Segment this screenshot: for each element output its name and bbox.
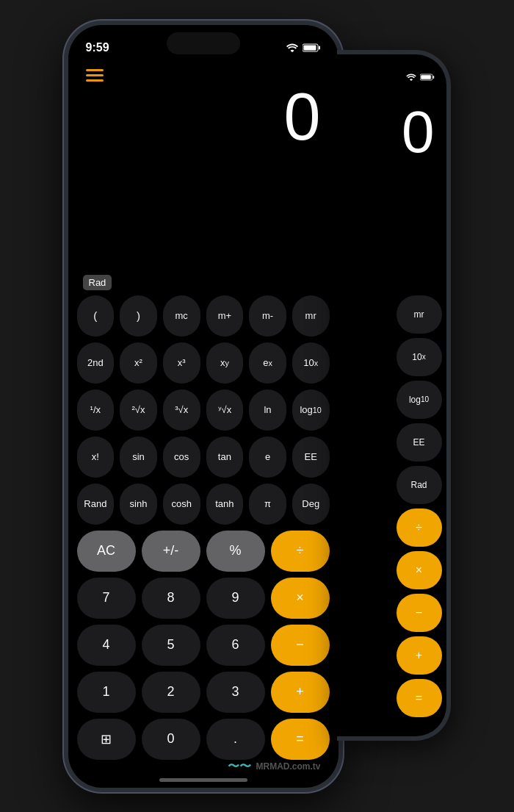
p2-battery-icon [420,73,435,81]
btn-sqrty[interactable]: ʸ√x [206,389,244,431]
btn-mc[interactable]: mc [163,295,200,337]
dynamic-island [167,32,240,54]
status-icons [286,43,321,52]
p2-btn-log10[interactable]: log10 [397,381,442,419]
btn-tan[interactable]: tan [206,436,244,478]
calc-row-1: ( ) mc m+ m- mr [77,295,330,337]
btn-equals[interactable]: = [271,719,330,760]
calc-row-7: 7 8 9 × [77,578,330,619]
btn-subtract[interactable]: − [271,625,330,666]
svg-rect-3 [86,69,104,71]
calc-row-9: 1 2 3 + [77,672,330,713]
p2-row-5: Rad [341,466,442,504]
calc-row-4: x! sin cos tan e EE [77,436,330,478]
p2-btn-10x[interactable]: 10x [397,338,442,376]
btn-open-paren[interactable]: ( [77,295,115,337]
btn-7[interactable]: 7 [77,578,136,619]
btn-sqrt3[interactable]: ³√x [163,389,200,431]
rad-badge[interactable]: Rad [83,275,112,290]
btn-e[interactable]: e [249,436,286,478]
p2-display-area: 0 [337,98,446,166]
btn-cosh[interactable]: cosh [163,484,200,525]
calc-row-2: 2nd x² x³ xy ex 10x [77,342,330,384]
btn-x3[interactable]: x³ [163,342,200,384]
btn-8[interactable]: 8 [142,578,200,619]
btn-rand[interactable]: Rand [77,484,115,525]
btn-2[interactable]: 2 [142,672,200,713]
btn-sin[interactable]: sin [120,436,157,478]
p2-btn-rad[interactable]: Rad [397,466,442,504]
p2-btn-ee[interactable]: EE [397,423,442,461]
btn-9[interactable]: 9 [206,578,265,619]
btn-2nd[interactable]: 2nd [77,342,115,384]
p2-btn-mr[interactable]: mr [397,295,442,334]
display-area: 0 [283,84,320,150]
btn-ac[interactable]: AC [77,531,136,572]
btn-cos[interactable]: cos [163,436,200,478]
p2-btn-subtract[interactable]: − [397,594,442,632]
btn-sqrt2[interactable]: ²√x [120,389,157,431]
btn-x2[interactable]: x² [120,342,157,384]
status-time: 9:59 [86,41,109,54]
home-indicator [159,778,247,782]
menu-icon[interactable] [86,69,104,85]
btn-xy[interactable]: xy [206,342,244,384]
p2-row-6: ÷ [341,509,442,547]
btn-sign[interactable]: +/- [142,531,200,572]
btn-6[interactable]: 6 [206,625,265,666]
btn-multiply[interactable]: × [271,578,330,619]
btn-divide[interactable]: ÷ [271,531,330,572]
btn-mr[interactable]: mr [292,295,330,337]
btn-ex[interactable]: ex [249,342,286,384]
calc-row-5: Rand sinh cosh tanh π Deg [77,484,330,525]
p2-btn-add[interactable]: + [397,636,442,675]
btn-mminus[interactable]: m- [249,295,286,337]
p2-wifi-icon [406,73,416,81]
btn-close-paren[interactable]: ) [120,295,157,337]
btn-log10[interactable]: log10 [292,389,330,431]
svg-rect-4 [86,74,104,76]
btn-deg[interactable]: Deg [292,484,330,525]
calc-row-3: ¹/x ²√x ³√x ʸ√x ln log10 [77,389,330,431]
btn-sinh[interactable]: sinh [120,484,157,525]
svg-rect-5 [86,79,104,82]
btn-decimal[interactable]: . [206,719,265,760]
p2-row-8: − [341,594,442,632]
p2-btn-equals[interactable]: = [397,679,442,717]
btn-xfact[interactable]: x! [77,436,115,478]
p2-btn-divide[interactable]: ÷ [397,509,442,547]
btn-calc-icon[interactable]: ⊞ [77,719,136,760]
watermark-logo: 〜〜 [228,759,251,775]
svg-rect-1 [319,46,320,49]
calc-row-8: 4 5 6 − [77,625,330,666]
calculator-grid: ( ) mc m+ m- mr 2nd x² x³ xy ex 10x [77,295,330,766]
p2-btn-multiply[interactable]: × [397,551,442,589]
secondary-phone: 0 mr 10x log10 EE Rad [337,50,451,741]
svg-rect-8 [421,75,431,79]
btn-percent[interactable]: % [206,531,265,572]
secondary-phone-screen: 0 mr 10x log10 EE Rad [337,54,446,736]
btn-5[interactable]: 5 [142,625,200,666]
hamburger-icon [86,69,104,82]
btn-ee[interactable]: EE [292,436,330,478]
p2-row-7: × [341,551,442,589]
btn-pi[interactable]: π [249,484,286,525]
btn-ln[interactable]: ln [249,389,286,431]
p2-row-3: log10 [341,381,442,419]
btn-tanh[interactable]: tanh [206,484,244,525]
p2-row-4: EE [341,423,442,461]
p2-row-2: 10x [341,338,442,376]
btn-1[interactable]: 1 [77,672,136,713]
watermark-text: MRMAD.com.tv [256,761,320,772]
svg-rect-7 [432,76,434,79]
btn-add[interactable]: + [271,672,330,713]
btn-1overx[interactable]: ¹/x [77,389,115,431]
main-phone: 9:59 [64,21,343,792]
btn-4[interactable]: 4 [77,625,136,666]
btn-0[interactable]: 0 [142,719,200,760]
btn-10x[interactable]: 10x [292,342,330,384]
btn-3[interactable]: 3 [206,672,265,713]
wifi-icon [286,43,298,52]
btn-mplus[interactable]: m+ [206,295,244,337]
p2-row-1: mr [341,295,442,334]
